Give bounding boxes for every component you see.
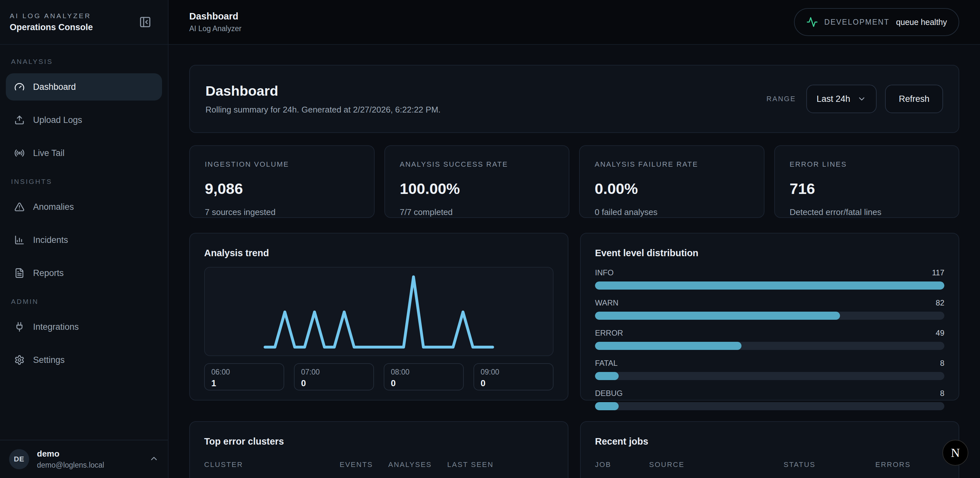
distribution-row: DEBUG 8 <box>595 389 944 410</box>
level-bar-track <box>595 282 944 290</box>
hero-controls: RANGE Last 24h Refresh <box>767 84 943 113</box>
bucket-time: 09:00 <box>480 368 546 376</box>
stat-subtext: 0 failed analyses <box>595 207 749 217</box>
jobs-title: Recent jobs <box>595 436 944 447</box>
trend-bucket: 06:00 1 <box>204 363 284 390</box>
trend-bucket: 07:00 0 <box>294 363 374 390</box>
topbar-titles: Dashboard AI Log Analyzer <box>189 11 242 33</box>
stat-card: ANALYSIS SUCCESS RATE 100.00% 7/7 comple… <box>384 145 570 218</box>
analysis-trend-chart <box>205 268 553 355</box>
sidebar-item-settings[interactable]: Settings <box>6 346 162 374</box>
column-header: STATUS <box>784 460 875 469</box>
tables-row: Top error clusters CLUSTEREVENTSANALYSES… <box>189 421 959 478</box>
trend-bucket: 09:00 0 <box>474 363 554 390</box>
event-level-distribution-card: Event level distribution INFO 117 WARN 8… <box>580 233 959 400</box>
jobs-table-header: JOBSOURCESTATUSERRORS <box>595 460 944 469</box>
level-label: WARN <box>595 298 618 308</box>
dashboard-summary-card: Dashboard Rolling summary for 24h. Gener… <box>189 65 959 133</box>
nav-section-label: ADMIN <box>11 298 162 306</box>
stat-value: 0.00% <box>595 180 749 198</box>
stat-label: ANALYSIS SUCCESS RATE <box>400 160 554 169</box>
stat-label: INGESTION VOLUME <box>205 160 359 169</box>
clusters-title: Top error clusters <box>204 436 554 447</box>
chevron-up-icon <box>149 454 159 465</box>
sidebar-item-label: Reports <box>33 268 64 278</box>
level-bar-track <box>595 312 944 320</box>
sidebar-item-label: Live Tail <box>33 148 65 158</box>
alert-triangle-icon <box>14 202 25 212</box>
distribution-row: WARN 82 <box>595 298 944 320</box>
level-bar-fill <box>595 372 619 380</box>
main-area: Dashboard AI Log Analyzer DEVELOPMENT qu… <box>169 0 980 478</box>
user-email: demo@loglens.local <box>37 461 104 470</box>
level-label: FATAL <box>595 358 618 368</box>
brand: AI LOG ANALYZER Operations Console <box>10 12 93 32</box>
sidebar-header: AI LOG ANALYZER Operations Console <box>0 0 168 45</box>
topbar-title: Dashboard <box>189 11 242 22</box>
bucket-value: 0 <box>391 378 457 389</box>
sidebar-item-integrations[interactable]: Integrations <box>6 313 162 341</box>
sidebar-nav: ANALYSIS Dashboard Upload Logs Live Tail… <box>0 45 168 440</box>
level-count: 8 <box>940 389 944 398</box>
bucket-time: 07:00 <box>301 368 367 376</box>
upload-icon <box>14 115 25 125</box>
range-label: RANGE <box>767 95 796 103</box>
column-header: CLUSTER <box>204 460 340 469</box>
stat-value: 9,086 <box>205 180 359 198</box>
summary-text: Rolling summary for 24h. Generated at 2/… <box>205 105 441 115</box>
distribution-title: Event level distribution <box>595 248 944 258</box>
user-name: demo <box>37 449 104 459</box>
trend-plot <box>204 267 554 356</box>
column-header: SOURCE <box>649 460 784 469</box>
sidebar-item-label: Incidents <box>33 235 68 245</box>
bucket-value: 0 <box>480 378 546 389</box>
sidebar-item-reports[interactable]: Reports <box>6 260 162 287</box>
level-label: DEBUG <box>595 389 622 398</box>
range-select[interactable]: Last 24h <box>806 84 877 113</box>
brand-eyebrow: AI LOG ANALYZER <box>10 12 93 20</box>
topbar-subtitle: AI Log Analyzer <box>189 24 242 33</box>
level-count: 8 <box>940 358 944 368</box>
analysis-trend-card: Analysis trend 06:00 1 07:00 0 08:00 0 0… <box>189 233 568 400</box>
nextjs-dev-indicator-button[interactable]: N <box>942 440 968 466</box>
trend-title: Analysis trend <box>204 248 554 258</box>
environment-badge: DEVELOPMENT queue healthy <box>794 8 959 36</box>
file-text-icon <box>14 268 25 278</box>
column-header: ANALYSES <box>388 460 447 469</box>
sidebar-item-live-tail[interactable]: Live Tail <box>6 139 162 167</box>
environment-name: DEVELOPMENT <box>824 18 889 27</box>
plug-icon <box>14 322 25 332</box>
bucket-value: 0 <box>301 378 367 389</box>
sidebar-collapse-button[interactable] <box>137 14 154 30</box>
level-bar-fill <box>595 342 741 350</box>
activity-pulse-icon <box>806 16 818 28</box>
nav-section: ADMIN Integrations Settings <box>6 298 162 374</box>
sidebar-item-label: Dashboard <box>33 82 76 92</box>
recent-jobs-card: Recent jobs JOBSOURCESTATUSERRORS <box>580 421 959 478</box>
bar-chart-icon <box>14 235 25 245</box>
column-header: ERRORS <box>875 460 944 469</box>
level-bar-fill <box>595 282 944 290</box>
column-header: EVENTS <box>340 460 388 469</box>
trend-bucket: 08:00 0 <box>384 363 464 390</box>
sidebar-item-upload-logs[interactable]: Upload Logs <box>6 106 162 134</box>
distribution-row: ERROR 49 <box>595 328 944 350</box>
level-count: 117 <box>932 268 944 277</box>
sidebar-item-incidents[interactable]: Incidents <box>6 226 162 253</box>
sidebar-item-anomalies[interactable]: Anomalies <box>6 193 162 220</box>
sidebar-item-label: Integrations <box>33 322 79 332</box>
user-menu[interactable]: DE demo demo@loglens.local <box>0 440 168 478</box>
top-error-clusters-card: Top error clusters CLUSTEREVENTSANALYSES… <box>189 421 568 478</box>
sidebar-item-dashboard[interactable]: Dashboard <box>6 73 162 100</box>
distribution-row: FATAL 8 <box>595 358 944 380</box>
nav-section-label: INSIGHTS <box>11 178 162 185</box>
user-info: demo demo@loglens.local <box>37 449 104 470</box>
sidebar-item-label: Upload Logs <box>33 115 82 125</box>
level-bar-track <box>595 402 944 410</box>
charts-row: Analysis trend 06:00 1 07:00 0 08:00 0 0… <box>189 233 959 400</box>
stat-subtext: 7/7 completed <box>400 207 554 217</box>
stat-subtext: Detected error/fatal lines <box>790 207 944 217</box>
sidebar-item-label: Anomalies <box>33 202 74 212</box>
refresh-button[interactable]: Refresh <box>885 84 943 113</box>
avatar: DE <box>9 449 29 469</box>
